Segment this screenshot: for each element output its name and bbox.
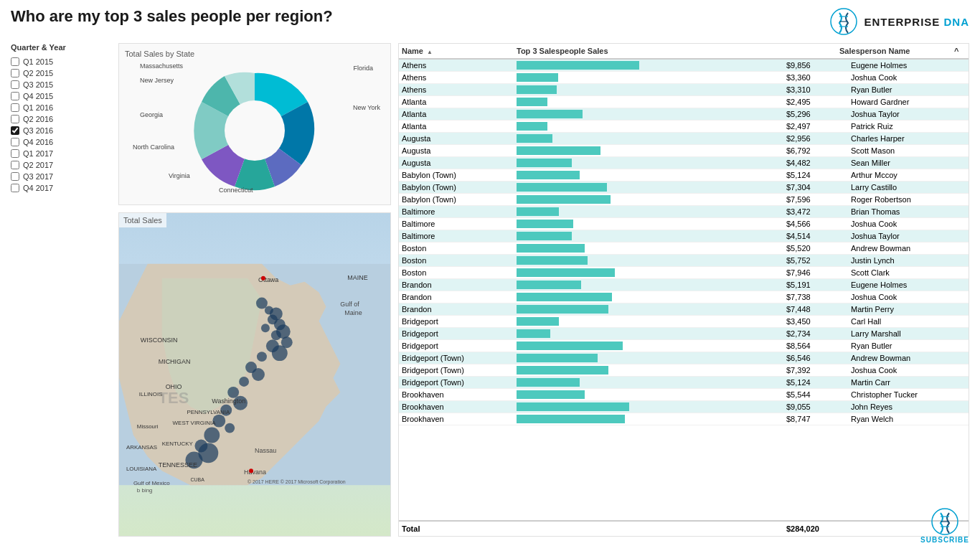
table-row[interactable]: Augusta $2,956 Charles Harper bbox=[399, 133, 969, 145]
table-row[interactable]: Babylon (Town) $7,596 Roger Robertson bbox=[399, 194, 969, 206]
col-scroll: ^ bbox=[954, 47, 966, 55]
bar-visual bbox=[517, 305, 608, 314]
table-row[interactable]: Augusta $6,792 Scott Mason bbox=[399, 145, 969, 157]
filter-item-q42016[interactable]: Q4 2016 bbox=[11, 136, 111, 148]
subscribe-area: SUBSCRIBE bbox=[920, 507, 969, 544]
checkbox-q32015[interactable] bbox=[11, 80, 19, 89]
bar-visual bbox=[517, 159, 572, 167]
checkbox-q22017[interactable] bbox=[11, 161, 19, 169]
checkbox-q12017[interactable] bbox=[11, 149, 19, 158]
table-row[interactable]: Baltimore $4,566 Joshua Cook bbox=[399, 218, 969, 230]
table-row[interactable]: Babylon (Town) $7,304 Larry Castillo bbox=[399, 182, 969, 194]
table-row[interactable]: Brandon $5,191 Eugene Holmes bbox=[399, 279, 969, 291]
table-row[interactable]: Bridgeport $2,734 Larry Marshall bbox=[399, 328, 969, 340]
table-row[interactable]: Boston $5,752 Justin Lynch bbox=[399, 255, 969, 267]
bar-visual bbox=[517, 85, 557, 94]
table-row[interactable]: Atlanta $5,296 Joshua Taylor bbox=[399, 108, 969, 121]
filter-title: Quarter & Year bbox=[11, 43, 111, 52]
cell-sales: $9,055 bbox=[786, 402, 851, 411]
checkbox-q12015[interactable] bbox=[11, 57, 19, 66]
cell-person: Martin Perry bbox=[851, 305, 966, 314]
cell-sales: $9,856 bbox=[786, 61, 851, 70]
header: Who are my top 3 sales people per region… bbox=[11, 7, 969, 36]
cell-sales: $7,946 bbox=[786, 268, 851, 277]
filter-label: Q1 2017 bbox=[23, 149, 53, 158]
filter-item-q32015[interactable]: Q3 2015 bbox=[11, 79, 111, 90]
table-row[interactable]: Bridgeport $3,450 Carl Hall bbox=[399, 316, 969, 328]
cell-name: Baltimore bbox=[402, 220, 517, 228]
table-row[interactable]: Baltimore $3,472 Brian Thomas bbox=[399, 206, 969, 218]
cell-person: Joshua Taylor bbox=[851, 110, 966, 118]
bar-visual bbox=[517, 232, 572, 240]
table-row[interactable]: Brookhaven $8,747 Ryan Welch bbox=[399, 413, 969, 425]
filter-item-q22016[interactable]: Q2 2016 bbox=[11, 113, 111, 125]
table-row[interactable]: Athens $9,856 Eugene Holmes bbox=[399, 60, 969, 72]
table-row[interactable]: Athens $3,360 Joshua Cook bbox=[399, 72, 969, 84]
checkbox-q42017[interactable] bbox=[11, 184, 19, 192]
table-row[interactable]: Bridgeport (Town) $7,392 Joshua Cook bbox=[399, 364, 969, 377]
table-row[interactable]: Boston $5,520 Andrew Bowman bbox=[399, 242, 969, 255]
bar-visual bbox=[517, 378, 580, 387]
filter-item-q32016[interactable]: Q3 2016 bbox=[11, 125, 111, 136]
table-row[interactable]: Atlanta $2,497 Patrick Ruiz bbox=[399, 121, 969, 133]
cell-bar bbox=[517, 244, 786, 253]
table-row[interactable]: Bridgeport (Town) $6,546 Andrew Bowman bbox=[399, 352, 969, 364]
table-row[interactable]: Brookhaven $5,544 Christopher Tucker bbox=[399, 389, 969, 401]
filter-item-q12015[interactable]: Q1 2015 bbox=[11, 56, 111, 67]
cell-name: Baltimore bbox=[402, 232, 517, 240]
cell-bar bbox=[517, 220, 786, 228]
subscribe-text[interactable]: SUBSCRIBE bbox=[920, 536, 969, 544]
table-row[interactable]: Athens $3,310 Ryan Butler bbox=[399, 84, 969, 96]
cell-person: Scott Mason bbox=[851, 146, 966, 155]
table-row[interactable]: Brandon $7,448 Martin Perry bbox=[399, 303, 969, 316]
table-row[interactable]: Brandon $7,738 Joshua Cook bbox=[399, 291, 969, 303]
cell-name: Babylon (Town) bbox=[402, 171, 517, 179]
cell-person: Eugene Holmes bbox=[851, 61, 966, 70]
table-row[interactable]: Babylon (Town) $5,124 Arthur Mccoy bbox=[399, 169, 969, 182]
bar-visual bbox=[517, 390, 585, 399]
table-row[interactable]: Brookhaven $9,055 John Reyes bbox=[399, 401, 969, 413]
checkbox-q42015[interactable] bbox=[11, 92, 19, 100]
checkbox-q42016[interactable] bbox=[11, 138, 19, 146]
checkbox-q22016[interactable] bbox=[11, 115, 19, 123]
filter-item-q42017[interactable]: Q4 2017 bbox=[11, 182, 111, 194]
dna-logo-icon bbox=[829, 7, 858, 36]
main-content: Quarter & Year Q1 2015 Q2 2015 Q3 2015 Q… bbox=[11, 43, 969, 537]
cell-sales: $3,472 bbox=[786, 207, 851, 216]
svg-point-54 bbox=[249, 468, 253, 473]
bar-visual bbox=[517, 256, 588, 265]
cell-bar bbox=[517, 354, 786, 362]
filter-item-q22017[interactable]: Q2 2017 bbox=[11, 159, 111, 171]
cell-sales: $5,124 bbox=[786, 171, 851, 179]
checkbox-q32016[interactable] bbox=[11, 126, 19, 135]
filter-label: Q3 2015 bbox=[23, 80, 53, 89]
filter-item-q42015[interactable]: Q4 2015 bbox=[11, 90, 111, 102]
logo-text: ENTERPRISE DNA bbox=[864, 16, 969, 28]
svg-text:ARKANSAS: ARKANSAS bbox=[126, 444, 157, 451]
cell-bar bbox=[517, 98, 786, 106]
cell-bar bbox=[517, 342, 786, 350]
table-row[interactable]: Augusta $4,482 Sean Miller bbox=[399, 157, 969, 169]
checkbox-q32017[interactable] bbox=[11, 172, 19, 181]
filter-label: Q4 2016 bbox=[23, 138, 53, 146]
filter-item-q22015[interactable]: Q2 2015 bbox=[11, 67, 111, 79]
cell-person: Christopher Tucker bbox=[851, 390, 966, 399]
table-row[interactable]: Atlanta $2,495 Howard Gardner bbox=[399, 96, 969, 108]
table-row[interactable]: Bridgeport (Town) $5,124 Martin Carr bbox=[399, 377, 969, 389]
bar-visual bbox=[517, 220, 573, 228]
filter-item-q12017[interactable]: Q1 2017 bbox=[11, 148, 111, 159]
svg-text:TES: TES bbox=[159, 389, 189, 407]
filter-item-q12016[interactable]: Q1 2016 bbox=[11, 102, 111, 113]
subscribe-dna-icon bbox=[930, 507, 959, 536]
filter-item-q32017[interactable]: Q3 2017 bbox=[11, 171, 111, 182]
cell-sales: $5,296 bbox=[786, 110, 851, 118]
table-row[interactable]: Boston $7,946 Scott Clark bbox=[399, 267, 969, 279]
cell-bar bbox=[517, 73, 786, 82]
checkbox-q22015[interactable] bbox=[11, 69, 19, 77]
table-body[interactable]: Athens $9,856 Eugene Holmes Athens $3,36… bbox=[399, 60, 969, 520]
cell-person: Justin Lynch bbox=[851, 256, 966, 265]
checkbox-q12016[interactable] bbox=[11, 103, 19, 112]
svg-text:Missouri: Missouri bbox=[137, 423, 159, 430]
table-row[interactable]: Baltimore $4,514 Joshua Taylor bbox=[399, 230, 969, 242]
table-row[interactable]: Bridgeport $8,564 Ryan Butler bbox=[399, 340, 969, 352]
